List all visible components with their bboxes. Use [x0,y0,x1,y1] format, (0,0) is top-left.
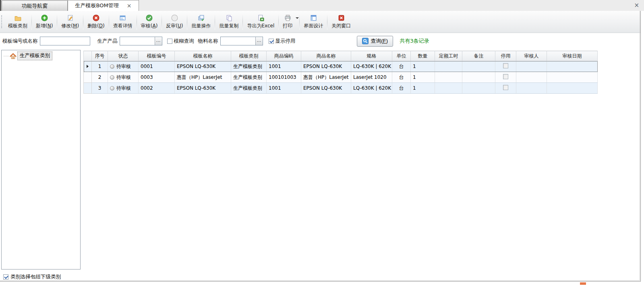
cell-qty[interactable]: 1 [411,72,435,83]
window-close-icon[interactable]: × [634,2,639,9]
header-disabled[interactable]: 停用 [495,51,516,61]
disabled-checkbox[interactable] [503,85,508,90]
cell-spec[interactable]: LaserJet 1020 [351,72,392,83]
batch-operation-button[interactable]: 批量操作 [188,12,214,32]
add-button[interactable]: 新增(N) [32,12,56,32]
cell-quota-hours[interactable] [435,61,462,72]
delete-button[interactable]: 删除(D) [84,12,108,32]
cell-auditor[interactable] [516,72,547,83]
header-quota-hours[interactable]: 定额工时 [435,51,462,61]
export-excel-button[interactable]: 导出为Excel [243,12,278,32]
cell-audit-date[interactable] [547,72,598,83]
cell-template-category[interactable]: 生产模板类别 [231,72,267,83]
table-row[interactable]: 2 待审核 0003 惠普（HP）LaserJet 生产模板类别 1001010… [84,72,598,83]
table-row[interactable]: 1 待审核 0001 EPSON LQ-630K 生产模板类别 1001 EPS… [84,61,598,72]
cell-template-code[interactable]: 0002 [139,83,175,94]
cell-status[interactable]: 待审核 [108,83,139,94]
material-input[interactable]: … [220,37,263,45]
tab-close-icon[interactable]: × [127,3,132,8]
material-ellipsis-button[interactable]: … [255,37,263,45]
cell-remark[interactable] [462,72,495,83]
cell-template-category[interactable]: 生产模板类别 [231,61,267,72]
product-input[interactable]: … [120,37,162,45]
batch-copy-button[interactable]: 批量复制 [215,12,242,32]
table-row[interactable]: 3 待审核 0002 EPSON LQ-630K 生产模板类别 1001 EPS… [84,83,598,94]
cell-qty[interactable]: 1 [411,61,435,72]
toolbar-grip[interactable] [1,15,3,28]
modify-button[interactable]: 修改(M) [58,12,83,32]
cell-spec[interactable]: LQ-630K | 620K [351,61,392,72]
ui-design-button[interactable]: 界面设计 [300,12,327,32]
cell-product-code[interactable]: 1001 [267,61,301,72]
header-seq[interactable]: 序号 [92,51,108,61]
close-window-button[interactable]: 关闭窗口 [328,12,354,32]
header-auditor[interactable]: 审核人 [516,51,547,61]
cell-product-name[interactable]: EPSON LQ-630K [301,83,351,94]
tree-node-root[interactable]: 生产模板类别 [4,51,80,60]
header-remark[interactable]: 备注 [462,51,495,61]
template-category-button[interactable]: 模板类别 [4,12,31,32]
approve-button[interactable]: 审核(A) [137,12,162,32]
cell-disabled[interactable] [495,83,516,94]
cell-product-name[interactable]: EPSON LQ-630K [301,61,351,72]
product-ellipsis-button[interactable]: … [155,37,162,45]
show-disabled-checkbox-box[interactable] [269,39,274,44]
header-product-code[interactable]: 商品编码 [267,51,301,61]
header-template-category[interactable]: 模板类别 [231,51,267,61]
cell-template-code[interactable]: 0001 [139,61,175,72]
header-spec[interactable]: 规格 [351,51,392,61]
cell-template-name[interactable]: EPSON LQ-630K [175,83,231,94]
cell-status[interactable]: 待审核 [108,72,139,83]
header-status[interactable]: 状态 [108,51,139,61]
include-subcategories-checkbox-box[interactable] [3,274,8,280]
print-dropdown-caret-icon[interactable] [296,17,299,19]
unapprove-button[interactable]: 反审(U) [162,12,186,32]
cell-unit[interactable]: 台 [392,72,411,83]
cell-product-code[interactable]: 100101003 [267,72,301,83]
cell-template-name[interactable]: EPSON LQ-630K [175,61,231,72]
header-template-code[interactable]: 模板编号 [139,51,175,61]
cell-unit[interactable]: 台 [392,61,411,72]
query-button[interactable]: 查询(F) [357,36,393,47]
cell-product-name[interactable]: 惠普（HP）LaserJet [301,72,351,83]
cell-qty[interactable]: 1 [411,83,435,94]
include-subcategories-checkbox[interactable]: 类别选择包括下级类别 [1,270,81,282]
fuzzy-search-checkbox[interactable]: 模糊查询 [167,38,194,45]
fuzzy-search-checkbox-box[interactable] [167,39,172,44]
cell-template-name[interactable]: 惠普（HP）LaserJet [175,72,231,83]
header-template-name[interactable]: 模板名称 [175,51,231,61]
cell-auditor[interactable] [516,61,547,72]
disabled-checkbox[interactable] [503,63,508,68]
cell-status[interactable]: 待审核 [108,61,139,72]
cell-seq[interactable]: 3 [92,83,108,94]
header-product-name[interactable]: 商品名称 [301,51,351,61]
tab-bom-management[interactable]: 生产模板BOM管理 × [68,0,139,11]
disabled-checkbox[interactable] [503,74,508,79]
cell-quota-hours[interactable] [435,72,462,83]
cell-template-code[interactable]: 0003 [139,72,175,83]
print-button[interactable]: 打印 [279,12,299,32]
cell-template-category[interactable]: 生产模板类别 [231,83,267,94]
cell-row-indicator [84,72,92,83]
cell-remark[interactable] [462,83,495,94]
cell-product-code[interactable]: 1001 [267,83,301,94]
cell-audit-date[interactable] [547,83,598,94]
view-details-button[interactable]: 查看详情 [110,12,136,32]
cell-unit[interactable]: 台 [392,83,411,94]
tab-nav-window-label: 功能导航窗 [22,2,48,10]
header-audit-date[interactable]: 审核日期 [547,51,598,61]
header-qty[interactable]: 数量 [411,51,435,61]
cell-seq[interactable]: 2 [92,72,108,83]
cell-seq[interactable]: 1 [92,61,108,72]
show-disabled-checkbox[interactable]: 显示停用 [269,38,296,45]
cell-disabled[interactable] [495,72,516,83]
cell-auditor[interactable] [516,83,547,94]
cell-audit-date[interactable] [547,61,598,72]
tab-nav-window[interactable]: 功能导航窗 [2,0,68,11]
header-unit[interactable]: 单位 [392,51,411,61]
template-code-input[interactable] [40,37,90,45]
cell-remark[interactable] [462,61,495,72]
cell-disabled[interactable] [495,61,516,72]
cell-quota-hours[interactable] [435,83,462,94]
cell-spec[interactable]: LQ-630K | 620K [351,83,392,94]
